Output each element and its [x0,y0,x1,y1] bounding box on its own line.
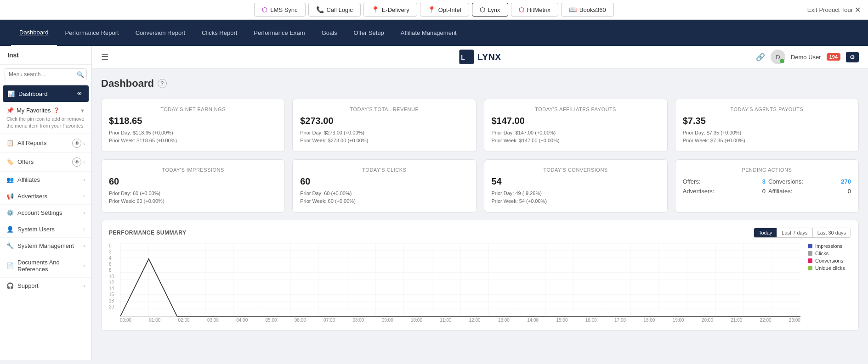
stats-row-1: TODAY'S NET EARNINGS $118.65 Prior Day: … [101,99,859,152]
sidebar-item-system-management[interactable]: 🔧 System Management ‹ [0,238,91,254]
stats-row-2: TODAY'S IMPRESSIONS 60 Prior Day: 60 (+0… [101,159,859,213]
pending-grid: Offers: 3 Conversions: 270 Advertisers: … [683,178,851,195]
dashboard-title-row: Dashboard ? [101,78,859,90]
nav-item-goals[interactable]: Goals [313,20,346,45]
product-bar: ⬡ LMS Sync 📞 Call Logic 📍 E-Delivery 📍 O… [0,0,868,20]
affiliates-payouts-prior-week: Prior Week: $147.00 (+0.00%) [492,137,660,145]
sidebar-item-advertisers[interactable]: 📢 Advertisers ‹ [0,188,91,205]
performance-summary-header: PERFORMANCE SUMMARY Today Last 7 days La… [109,228,851,238]
pending-offers-value[interactable]: 3 [762,178,766,185]
settings-gear-button[interactable]: ⚙ [846,52,859,62]
sidebar-item-dashboard[interactable]: 📊 Dashboard 👁 [3,85,89,102]
chevron-right-icon-account-settings: ‹ [83,210,85,215]
svg-text:L: L [461,54,465,61]
product-tabs: ⬡ LMS Sync 📞 Call Logic 📍 E-Delivery 📍 O… [254,3,613,17]
product-tab-edelivery[interactable]: 📍 E-Delivery [363,3,417,17]
sidebar-item-affiliates-label: Affiliates [17,176,40,183]
y-label-20: 20 [109,304,117,309]
product-tab-books360[interactable]: 📖 Books360 [561,3,614,17]
dashboard-help-icon[interactable]: ? [158,79,167,88]
chevron-right-icon-advertisers: ‹ [83,193,85,199]
chart-wrapper: 20 18 16 14 12 10 8 6 4 2 0 [109,243,851,323]
link-icon[interactable]: 🔗 [756,53,765,62]
chevron-right-icon-system-management: ‹ [83,243,85,248]
sidebar-item-system-users[interactable]: 👤 System Users ‹ [0,221,91,238]
pending-advertisers-row: Advertisers: 0 [683,188,766,195]
stat-card-conversions: TODAY'S CONVERSIONS 54 Prior Day: 49 (-9… [484,159,668,213]
product-tab-lms-label: LMS Sync [270,6,297,13]
eye-button-offers[interactable]: 👁 [72,157,81,167]
nav-item-conversion-report[interactable]: Conversion Report [127,20,193,45]
nav-item-clicks-report[interactable]: Clicks Report [193,20,245,45]
hamburger-menu[interactable]: ☰ [101,52,108,62]
time-btn-30days[interactable]: Last 30 days [813,228,851,237]
pending-affiliates-row: Affiliates: 0 [768,188,851,195]
sidebar-search-container: 🔍 [0,65,91,84]
nav-item-affiliate-management[interactable]: Affiliate Management [392,20,465,45]
search-icon: 🔍 [77,71,84,78]
product-tab-call[interactable]: 📞 Call Logic [308,3,361,17]
content-top-bar: ☰ L LYNX 🔗 D Demo User 194 ⚙ [92,46,868,68]
product-tab-hitmetrix[interactable]: ⬡ HitMetrix [511,3,558,17]
eye-button-all-reports[interactable]: 👁 [72,139,81,148]
total-revenue-prior-week: Prior Week: $273.00 (+0.00%) [300,137,468,145]
sidebar-item-documents[interactable]: 📄 Documents And References ‹ [0,254,91,278]
product-tab-optintel[interactable]: 📍 Opt-Intel [420,3,469,17]
y-label-8: 8 [109,268,117,273]
chevron-right-icon-documents: ‹ [83,263,85,269]
nav-item-offer-setup[interactable]: Offer Setup [346,20,392,45]
sidebar-item-documents-label: Documents And References [17,259,83,273]
advertisers-icon: 📢 [6,193,14,200]
legend-clicks-label: Clicks [815,251,828,256]
y-label-10: 10 [109,274,117,279]
affiliates-icon: 👥 [6,176,14,183]
pin-icon: 📌 [6,107,14,114]
nav-item-performance-report[interactable]: Performance Report [57,20,127,45]
sidebar-item-advertisers-label: Advertisers [17,193,47,200]
time-btn-today[interactable]: Today [754,228,777,237]
sidebar-item-support-label: Support [17,282,39,289]
dashboard-content: Dashboard ? TODAY'S NET EARNINGS $118.65… [92,68,868,340]
affiliates-payouts-title: TODAY'S AFFILIATES PAYOUTS [492,106,660,112]
avatar-initials: D [776,54,780,61]
sidebar-item-affiliates[interactable]: 👥 Affiliates ‹ [0,172,91,188]
pending-actions-title: PENDING ACTIONS [683,167,851,173]
product-tab-lynx-label: Lynx [488,6,500,13]
time-btn-7days[interactable]: Last 7 days [777,228,812,237]
close-icon[interactable]: ✕ [855,6,861,14]
lynx-logo-svg: L [459,50,474,64]
chart-legend: Impressions Clicks Conversions Uniq [800,243,851,323]
main-layout: Inst 🔍 📊 Dashboard 👁 📌 My Favorites ❓ ▼ [0,46,868,360]
impressions-prior-day: Prior Day: 60 (+0.00%) [109,190,277,197]
sidebar-item-offers[interactable]: 🏷️ Offers 👁 ‹ [0,153,91,172]
lynx-logo-text: LYNX [477,52,501,62]
total-revenue-value: $273.00 [300,116,468,126]
pending-advertisers-label: Advertisers: [683,188,715,195]
product-tab-lms[interactable]: ⬡ LMS Sync [254,3,305,17]
sidebar-search-input[interactable] [5,68,87,80]
sidebar-item-all-reports[interactable]: 📋 All Reports 👁 ‹ [0,134,91,153]
sidebar-item-offers-label: Offers [17,158,34,165]
pending-conversions-row: Conversions: 270 [768,178,851,185]
product-tab-lynx[interactable]: ⬡ Lynx [472,3,508,17]
eye-button-dashboard[interactable]: 👁 [75,89,84,98]
header-right: 🔗 D Demo User 194 ⚙ [756,50,859,64]
stat-card-total-revenue: TODAY'S TOTAL REVENUE $273.00 Prior Day:… [292,99,476,152]
stat-card-clicks: TODAY'S CLICKS 60 Prior Day: 60 (+0.00%)… [292,159,476,213]
my-favorites-description: Click the pin icon to add or remove the … [6,116,85,130]
sidebar-item-support[interactable]: 🎧 Support ‹ [0,278,91,294]
nav-item-performance-exam[interactable]: Performance Exam [245,20,313,45]
nav-item-dashboard[interactable]: Dashboard [11,20,57,46]
lynx-logo: L LYNX [459,50,501,64]
net-earnings-value: $118.65 [109,116,277,126]
sidebar-item-account-settings-label: Account Settings [17,209,62,216]
sidebar-item-account-settings[interactable]: ⚙️ Account Settings ‹ [0,205,91,221]
main-content: ☰ L LYNX 🔗 D Demo User 194 ⚙ [92,46,868,360]
my-favorites-header[interactable]: 📌 My Favorites ❓ ▼ [6,107,85,114]
product-tour-label: Product Tour [819,6,853,13]
notification-button[interactable]: 194 [827,53,840,61]
exit-tour-button[interactable]: Exit Product Tour ✕ [807,6,861,14]
y-label-6: 6 [109,262,117,267]
stat-card-impressions: TODAY'S IMPRESSIONS 60 Prior Day: 60 (+0… [101,159,285,213]
pending-conversions-value[interactable]: 270 [841,178,851,185]
